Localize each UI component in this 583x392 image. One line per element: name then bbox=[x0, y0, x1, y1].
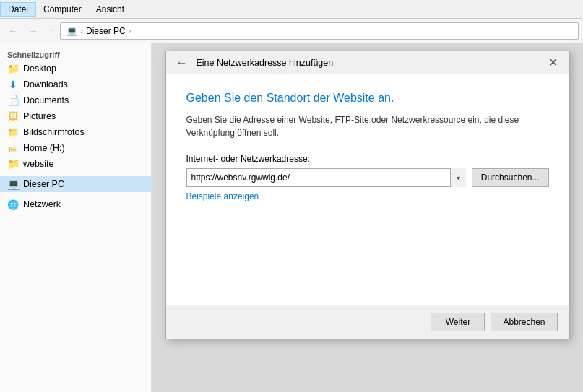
network-address-dialog: ← Eine Netzwerkadresse hinzufügen ✕ Gebe… bbox=[165, 51, 570, 339]
main-content: Schnellzugriff 📁 Desktop ⬇ Downloads 📄 D… bbox=[0, 43, 583, 392]
folder-icon: 📄 bbox=[7, 95, 19, 106]
folder-icon: 📁 bbox=[7, 63, 19, 74]
sidebar-item-label: Documents bbox=[23, 95, 69, 105]
dialog-heading: Geben Sie den Standort der Website an. bbox=[186, 92, 549, 105]
weiter-button[interactable]: Weiter bbox=[431, 313, 485, 331]
sidebar-item-documents[interactable]: 📄 Documents bbox=[0, 92, 151, 108]
sidebar-item-dieser-pc[interactable]: 💻 Dieser PC bbox=[0, 176, 151, 192]
sidebar-item-label: Netzwerk bbox=[23, 199, 61, 209]
file-area: ← Eine Netzwerkadresse hinzufügen ✕ Gebe… bbox=[152, 43, 583, 392]
network-icon: 🌐 bbox=[7, 199, 19, 210]
dialog-footer: Weiter Abbrechen bbox=[166, 305, 569, 339]
examples-link[interactable]: Beispiele anzeigen bbox=[186, 191, 549, 201]
dialog-close-button[interactable]: ✕ bbox=[545, 54, 562, 71]
network-address-input[interactable] bbox=[186, 168, 466, 187]
menu-item-datei[interactable]: Datei bbox=[0, 2, 36, 17]
dialog-form-group: Internet- oder Netzwerkadresse: ▾ Durchs… bbox=[186, 154, 549, 201]
sidebar: Schnellzugriff 📁 Desktop ⬇ Downloads 📄 D… bbox=[0, 43, 152, 392]
sidebar-item-website[interactable]: 📁 website bbox=[0, 156, 151, 172]
forward-button[interactable]: → bbox=[25, 24, 42, 38]
sidebar-item-desktop[interactable]: 📁 Desktop bbox=[0, 61, 151, 77]
dialog-title-content: ← Eine Netzwerkadresse hinzufügen bbox=[173, 56, 334, 69]
up-button[interactable]: ↑ bbox=[45, 24, 57, 38]
dialog-body: Geben Sie den Standort der Website an. G… bbox=[166, 74, 569, 259]
abbrechen-button[interactable]: Abbrechen bbox=[491, 313, 557, 331]
sidebar-item-label: Dieser PC bbox=[23, 179, 64, 189]
dialog-title-text: Eine Netzwerkadresse hinzufügen bbox=[197, 58, 334, 68]
menu-item-ansicht[interactable]: Ansicht bbox=[89, 3, 131, 16]
menu-item-computer[interactable]: Computer bbox=[36, 3, 89, 16]
browse-button[interactable]: Durchsuchen... bbox=[472, 168, 549, 187]
address-bar: ← → ↑ 💻 › Dieser PC › bbox=[0, 19, 583, 43]
dialog-titlebar: ← Eine Netzwerkadresse hinzufügen ✕ bbox=[166, 51, 569, 74]
sidebar-item-label: Home (H:) bbox=[23, 143, 65, 153]
breadcrumb-pc-label: Dieser PC bbox=[86, 26, 126, 36]
pc-icon: 💻 bbox=[7, 178, 19, 190]
pc-icon: 💻 bbox=[66, 26, 77, 36]
menu-bar: Datei Computer Ansicht bbox=[0, 0, 583, 19]
sidebar-item-label: Downloads bbox=[23, 79, 68, 90]
folder-icon: 📁 bbox=[7, 158, 19, 170]
dialog-description: Geben Sie die Adresse einer Website, FTP… bbox=[186, 113, 549, 139]
dialog-input-row: ▾ Durchsuchen... bbox=[186, 168, 549, 187]
dropdown-arrow-icon[interactable]: ▾ bbox=[450, 168, 466, 187]
dialog-input-wrapper: ▾ bbox=[186, 168, 466, 187]
modal-overlay: ← Eine Netzwerkadresse hinzufügen ✕ Gebe… bbox=[152, 43, 583, 392]
sidebar-item-downloads[interactable]: ⬇ Downloads bbox=[0, 77, 151, 92]
sidebar-item-label: website bbox=[23, 159, 53, 169]
drive-icon: 🖴 bbox=[7, 142, 19, 154]
sidebar-item-label: Bildschirmfotos bbox=[23, 127, 85, 137]
sidebar-item-home-drive[interactable]: 🖴 Home (H:) bbox=[0, 140, 151, 156]
screenshots-icon: 📁 bbox=[7, 126, 19, 138]
sidebar-item-pictures[interactable]: 🖼 Pictures bbox=[0, 108, 151, 124]
quick-access-label: Schnellzugriff bbox=[0, 48, 151, 61]
sidebar-item-label: Desktop bbox=[23, 64, 56, 74]
sidebar-item-label: Pictures bbox=[23, 111, 56, 121]
sidebar-item-netzwerk[interactable]: 🌐 Netzwerk bbox=[0, 196, 151, 212]
breadcrumb[interactable]: 💻 › Dieser PC › bbox=[60, 22, 579, 40]
back-button[interactable]: ← bbox=[4, 24, 22, 38]
folder-icon: 🖼 bbox=[7, 110, 19, 122]
dialog-input-label: Internet- oder Netzwerkadresse: bbox=[186, 154, 549, 164]
sidebar-item-bildschirmfotos[interactable]: 📁 Bildschirmfotos bbox=[0, 124, 151, 140]
dialog-back-button[interactable]: ← bbox=[173, 56, 191, 69]
downloads-icon: ⬇ bbox=[7, 79, 19, 90]
